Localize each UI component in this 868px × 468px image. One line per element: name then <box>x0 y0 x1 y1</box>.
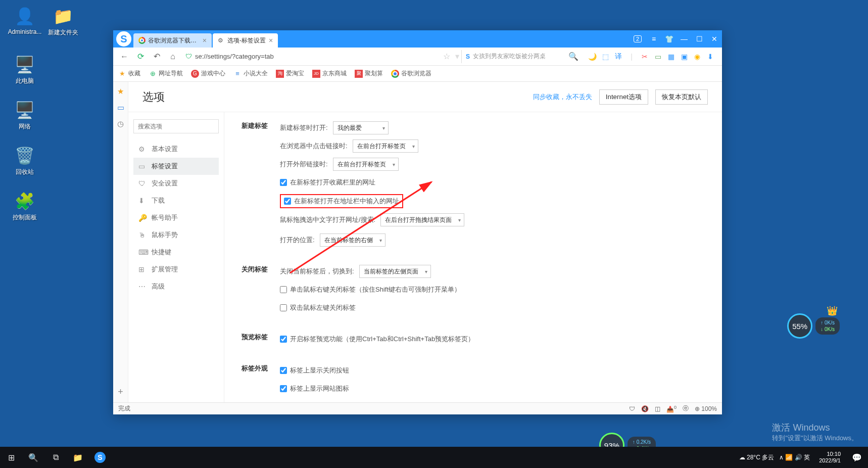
calc-icon[interactable]: ▦ <box>666 52 676 61</box>
mouse-icon: 🖱 <box>138 231 147 239</box>
bookmark-jd[interactable]: JD京东商城 <box>312 69 347 78</box>
chk-show-favicon[interactable]: 标签上显示网站图标 <box>280 384 349 393</box>
settings-search-input[interactable] <box>133 119 219 133</box>
reset-defaults-button[interactable]: 恢复本页默认 <box>655 89 708 105</box>
skin-icon[interactable]: 👕 <box>661 30 677 48</box>
download-icon[interactable]: ⬇ <box>706 52 715 61</box>
nav-shortcuts[interactable]: ⌨快捷键 <box>133 244 219 261</box>
select-drag-search[interactable]: 在后台打开拖拽结果页面 <box>380 213 464 226</box>
search-icon[interactable]: 🔍 <box>564 52 583 61</box>
bookmark-favorites[interactable]: ★收藏 <box>118 69 140 78</box>
undo-button[interactable]: ↶ <box>150 50 164 64</box>
settings-page: 选项 同步收藏，永不丢失 Internet选项 恢复本页默认 ⚙基本设置 ▭标签… <box>128 82 722 402</box>
nav-account[interactable]: 🔑帐号助手 <box>133 209 219 226</box>
desktop-icon-control[interactable]: 🧩控制面板 <box>7 191 42 222</box>
desktop-icon-recycle[interactable]: 🗑️回收站 <box>7 146 42 176</box>
nav-security[interactable]: 🛡安全设置 <box>133 175 219 192</box>
menu-icon[interactable]: ≡ <box>646 30 661 48</box>
back-button[interactable]: ← <box>117 50 131 64</box>
tray-icons[interactable]: ∧ 📶 🔊 英 <box>779 453 810 462</box>
chk-tab-preview[interactable]: 开启标签预览功能（使用Ctrl+Tab和Ctrl+Shift+Tab预览标签页） <box>280 335 474 344</box>
sogou-browser-button[interactable]: S <box>89 447 111 468</box>
section-appearance: 标签外观 标签上显示关闭按钮 标签上显示网站图标 <box>239 364 707 400</box>
note-icon[interactable]: ▭ <box>653 52 662 61</box>
chk-doubleclick-close[interactable]: 双击鼠标左键关闭标签 <box>280 303 356 312</box>
gear-icon: ⚙ <box>138 145 147 153</box>
search-button[interactable]: 🔍 <box>22 447 44 468</box>
settings-nav: ⚙基本设置 ▭标签设置 🛡安全设置 ⬇下载 🔑帐号助手 🖱鼠标手势 ⌨快捷键 ⊞… <box>128 112 224 402</box>
desktop-icon-network[interactable]: 🖥️网络 <box>7 100 42 131</box>
nav-basic[interactable]: ⚙基本设置 <box>133 141 219 158</box>
windows-activation-watermark: 激活 Windows 转到"设置"以激活 Windows。 <box>772 422 858 443</box>
capture-icon[interactable]: ⬚ <box>601 52 610 61</box>
moon-icon[interactable]: 🌙 <box>588 52 597 61</box>
desktop-icon-thispc[interactable]: 🖥️此电脑 <box>7 55 42 85</box>
translate-icon[interactable]: 译 <box>614 52 623 61</box>
network-widget-top[interactable]: 👑 55% ↑ 0K/s↓ 0K/s <box>787 313 840 339</box>
select-external-link[interactable]: 在前台打开标签页 <box>333 158 399 171</box>
history-icon[interactable]: ◷ <box>117 119 124 128</box>
select-open-position[interactable]: 在当前标签的右侧 <box>320 233 385 247</box>
notifications-button[interactable]: 💬 <box>850 447 864 468</box>
scissors-icon[interactable]: ✂ <box>640 52 649 61</box>
bookmarks-bar: ★收藏 ⊕网址导航 G游戏中心 ≡小说大全 淘爱淘宝 JD京东商城 聚聚划算 谷… <box>113 66 722 82</box>
tab-chrome-download[interactable]: 谷歌浏览器下载_浏览器 × <box>133 33 212 48</box>
desktop-icon-folder[interactable]: 📁新建文件夹 <box>45 6 81 37</box>
select-after-close[interactable]: 当前标签的左侧页面 <box>359 265 431 278</box>
bookmark-juhuasuan[interactable]: 聚聚划算 <box>355 69 383 78</box>
bookmark-games[interactable]: G游戏中心 <box>191 69 225 78</box>
bookmark-nav[interactable]: ⊕网址导航 <box>149 69 183 78</box>
settings-header: 选项 同步收藏，永不丢失 Internet选项 恢复本页默认 <box>128 82 722 112</box>
explorer-button[interactable]: 📁 <box>67 447 89 468</box>
split-icon[interactable]: ◫ <box>655 405 660 412</box>
nav-mouse[interactable]: 🖱鼠标手势 <box>133 226 219 244</box>
browser-logo[interactable]: S <box>116 31 131 46</box>
chk-rightclick-close[interactable]: 单击鼠标右键关闭标签（按住Shift键右击可强制打开菜单） <box>280 285 461 294</box>
wallet-icon[interactable]: ▣ <box>680 52 689 61</box>
search-input[interactable]: S 女孩到男友家吃饭被分两桌 <box>461 50 562 63</box>
tab-settings[interactable]: ⚙ 选项-标签设置 × <box>213 33 278 48</box>
account-badge[interactable]: 2 <box>631 30 646 48</box>
close-icon[interactable]: × <box>203 36 207 44</box>
star-icon[interactable]: ★ <box>117 87 124 96</box>
nav-advanced[interactable]: ⋯高级 <box>133 278 219 295</box>
zoom-label[interactable]: ⊕ 100% <box>695 405 717 412</box>
star-icon[interactable]: ☆ <box>440 52 453 61</box>
taskbar-clock[interactable]: 10:10 2022/9/1 <box>815 451 845 464</box>
chk-open-addressbar-newtab[interactable]: 在新标签打开在地址栏中输入的网址 <box>284 197 399 206</box>
section-new-tab: 新建标签 新建标签时打开:我的最爱 在浏览器中点击链接时:在前台打开标签页 打开… <box>239 121 707 252</box>
maximize-button[interactable]: ☐ <box>692 30 707 48</box>
shield-icon: 🛡 <box>185 53 192 60</box>
add-panel-button[interactable]: + <box>118 387 123 397</box>
shield-status-icon[interactable]: 🛡 <box>629 405 635 412</box>
nav-tabs[interactable]: ▭标签设置 <box>133 158 219 175</box>
reader-icon[interactable]: ▭ <box>117 103 124 112</box>
taskview-button[interactable]: ⧉ <box>44 447 67 468</box>
section-preview: 预览标签 开启标签预览功能（使用Ctrl+Tab和Ctrl+Shift+Tab预… <box>239 333 707 351</box>
url-input[interactable]: 🛡 se://settings/?category=tab <box>182 50 438 63</box>
coin-icon[interactable]: ◉ <box>693 52 702 61</box>
close-icon[interactable]: × <box>269 36 273 44</box>
sync-link[interactable]: 同步收藏，永不丢失 <box>533 92 592 102</box>
weather-tray[interactable]: ☁ 28°C 多云 <box>739 453 775 462</box>
bookmark-novels[interactable]: ≡小说大全 <box>233 69 268 78</box>
dots-icon: ⋯ <box>138 283 147 291</box>
ie-mode-icon[interactable]: ⓔ <box>683 404 689 413</box>
bookmark-taobao[interactable]: 淘爱淘宝 <box>276 69 304 78</box>
chk-show-close-btn[interactable]: 标签上显示关闭按钮 <box>280 366 349 375</box>
home-button[interactable]: ⌂ <box>166 50 180 64</box>
nav-download[interactable]: ⬇下载 <box>133 192 219 209</box>
download-status-icon[interactable]: 📥0 <box>666 405 677 413</box>
bookmark-chrome[interactable]: 谷歌浏览器 <box>391 69 431 78</box>
nav-extensions[interactable]: ⊞扩展管理 <box>133 261 219 278</box>
select-new-tab-open[interactable]: 我的最爱 <box>333 121 389 134</box>
internet-options-button[interactable]: Internet选项 <box>599 89 648 105</box>
reload-button[interactable]: ⟳ <box>133 50 148 64</box>
chk-open-bookmark-newtab[interactable]: 在新标签打开收藏栏里的网址 <box>280 178 375 187</box>
close-button[interactable]: ✕ <box>707 30 722 48</box>
desktop-icon-admin[interactable]: 👤Administra... <box>7 6 42 35</box>
minimize-button[interactable]: — <box>677 30 692 48</box>
select-link-click[interactable]: 在前台打开标签页 <box>353 139 418 153</box>
mute-icon[interactable]: 🔇 <box>641 405 649 412</box>
start-button[interactable]: ⊞ <box>0 447 22 468</box>
